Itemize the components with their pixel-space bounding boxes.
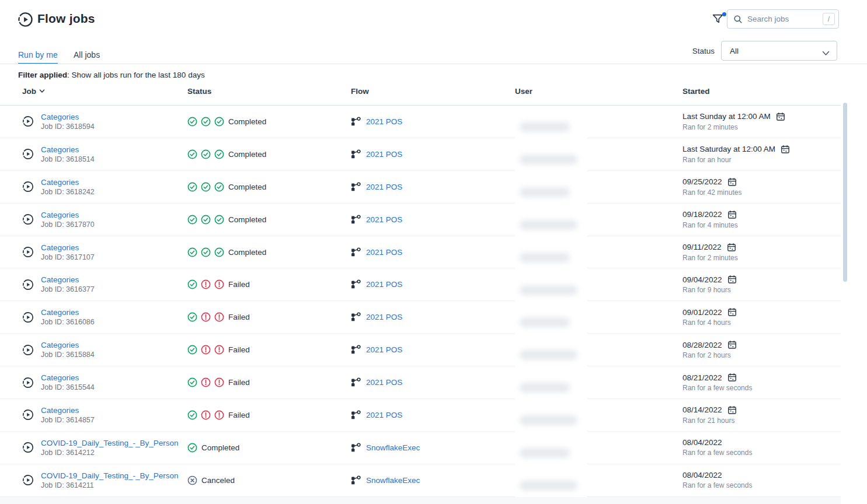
- status-label: Completed: [228, 215, 266, 224]
- job-name-link[interactable]: Categories: [41, 341, 95, 349]
- column-header-started: Started: [683, 87, 841, 96]
- flow-run-icon: [22, 148, 34, 160]
- check-circle-icon: [214, 215, 224, 225]
- flow-name-link[interactable]: 2021 POS: [366, 378, 402, 387]
- check-circle-icon: [214, 182, 224, 192]
- column-header-flow: Flow: [351, 87, 515, 96]
- status-label: Completed: [201, 443, 239, 452]
- flow-icon: [351, 443, 361, 453]
- tab-all-jobs[interactable]: All jobs: [74, 50, 100, 60]
- flow-run-icon: [22, 181, 34, 192]
- calendar-icon[interactable]: [727, 210, 737, 219]
- status-icons: [187, 215, 224, 225]
- check-circle-icon: [201, 149, 211, 159]
- table-row: Categories Job ID: 3618594 Completed 202…: [0, 106, 841, 138]
- table-row: Categories Job ID: 3616377 Failed 2021 P…: [0, 268, 841, 301]
- flow-icon: [351, 247, 361, 257]
- flow-name-link[interactable]: 2021 POS: [366, 313, 402, 321]
- status-icons: [187, 279, 224, 289]
- filter-applied-text: : Show all jobs run for the last 180 day…: [67, 71, 205, 79]
- error-circle-icon: [214, 345, 224, 355]
- flow-icon: [351, 117, 361, 127]
- column-header-job[interactable]: Job: [22, 87, 187, 96]
- job-id-label: Job ID: 3614857: [41, 416, 95, 424]
- job-id-label: Job ID: 3618242: [41, 188, 95, 196]
- error-circle-icon: [214, 410, 224, 420]
- job-name-link[interactable]: Categories: [41, 308, 95, 317]
- search-input[interactable]: [747, 15, 823, 23]
- calendar-icon[interactable]: [727, 307, 737, 317]
- job-name-link[interactable]: Categories: [41, 113, 95, 121]
- flow-name-link[interactable]: 2021 POS: [366, 345, 402, 354]
- calendar-icon[interactable]: [727, 405, 737, 415]
- flow-name-link[interactable]: 2021 POS: [366, 183, 402, 191]
- run-duration-label: Ran for an hour: [683, 156, 841, 164]
- job-name-link[interactable]: Categories: [41, 373, 95, 382]
- job-name-link[interactable]: Categories: [41, 178, 95, 187]
- flow-jobs-logo-icon: [18, 12, 33, 27]
- flow-run-icon: [22, 116, 34, 127]
- status-filter-select[interactable]: All: [721, 41, 837, 61]
- page-title: Flow jobs: [37, 12, 95, 26]
- status-icons: [187, 182, 224, 192]
- status-icons: [187, 443, 197, 453]
- status-label: Completed: [228, 248, 266, 257]
- calendar-icon[interactable]: [727, 243, 736, 252]
- flow-icon: [351, 312, 361, 322]
- run-duration-label: Ran for 42 minutes: [683, 188, 841, 197]
- job-id-label: Job ID: 3614212: [41, 449, 179, 457]
- flow-name-link[interactable]: SnowflakeExec: [366, 443, 420, 452]
- calendar-icon[interactable]: [781, 145, 790, 154]
- table-row: Categories Job ID: 3614857 Failed 2021 P…: [0, 399, 841, 432]
- error-circle-icon: [214, 279, 224, 289]
- flow-icon: [351, 215, 361, 225]
- check-circle-icon: [187, 345, 197, 355]
- check-circle-icon: [187, 149, 197, 159]
- flow-run-icon: [22, 312, 34, 323]
- status-icons: [187, 345, 224, 355]
- tab-run-by-me[interactable]: Run by me: [18, 50, 58, 60]
- flow-name-link[interactable]: 2021 POS: [366, 248, 402, 257]
- job-name-link[interactable]: Categories: [41, 211, 95, 219]
- flow-name-link[interactable]: 2021 POS: [366, 117, 402, 126]
- tabbar-divider: [0, 64, 867, 64]
- calendar-icon[interactable]: [727, 275, 737, 284]
- job-name-link[interactable]: COVID-19_Daily_Testing_-_By_Person: [41, 439, 179, 447]
- status-icons: [187, 149, 224, 159]
- flow-name-link[interactable]: 2021 POS: [366, 150, 402, 159]
- started-date: Last Sunday at 12:00 AM: [683, 112, 771, 121]
- error-circle-icon: [201, 410, 211, 420]
- flow-icon: [351, 475, 361, 485]
- check-circle-icon: [187, 247, 197, 257]
- flow-name-link[interactable]: 2021 POS: [366, 411, 402, 419]
- flow-icon: [351, 279, 361, 289]
- flow-name-link[interactable]: 2021 POS: [366, 215, 402, 224]
- job-id-label: Job ID: 3617107: [41, 253, 95, 261]
- check-circle-icon: [214, 117, 224, 127]
- job-name-link[interactable]: Categories: [41, 406, 95, 415]
- run-duration-label: Ran for a few seconds: [683, 384, 841, 392]
- status-label: Failed: [228, 345, 250, 354]
- calendar-icon[interactable]: [776, 112, 785, 121]
- started-date: 09/18/2022: [683, 210, 722, 219]
- flow-run-icon: [22, 214, 34, 225]
- job-id-label: Job ID: 3614211: [41, 481, 179, 489]
- vertical-scrollbar-thumb[interactable]: [843, 103, 847, 282]
- job-name-link[interactable]: Categories: [41, 145, 95, 154]
- calendar-icon[interactable]: [727, 340, 737, 349]
- job-name-link[interactable]: Categories: [41, 243, 95, 252]
- status-label: Completed: [228, 183, 266, 191]
- error-circle-icon: [201, 312, 211, 322]
- column-header-status: Status: [187, 87, 351, 96]
- status-label: Canceled: [201, 476, 235, 485]
- job-name-link[interactable]: Categories: [41, 275, 95, 284]
- flow-name-link[interactable]: 2021 POS: [366, 280, 402, 289]
- calendar-icon[interactable]: [727, 177, 737, 187]
- job-name-link[interactable]: COVID-19_Daily_Testing_-_By_Person: [41, 471, 179, 480]
- search-box[interactable]: /: [727, 9, 839, 29]
- check-circle-icon: [187, 182, 197, 192]
- flow-name-link[interactable]: SnowflakeExec: [366, 476, 420, 485]
- filter-icon[interactable]: [712, 13, 726, 27]
- calendar-icon[interactable]: [727, 373, 737, 382]
- started-date: Last Saturday at 12:00 AM: [683, 145, 775, 153]
